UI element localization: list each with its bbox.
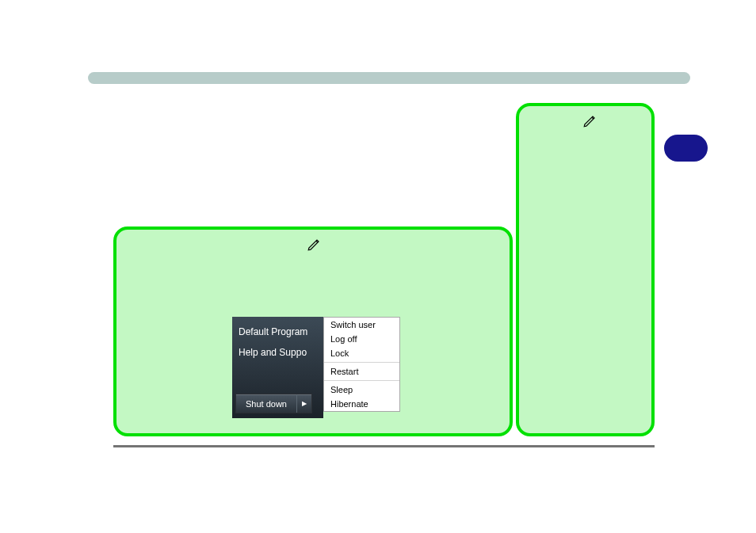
flyout-sleep[interactable]: Sleep — [324, 383, 399, 397]
flyout-separator — [324, 380, 399, 381]
flyout-hibernate[interactable]: Hibernate — [324, 397, 399, 411]
flyout-lock[interactable]: Lock — [324, 346, 399, 360]
bottom-divider — [113, 445, 655, 447]
start-menu-fragment: Default Program Help and Suppo Shut down… — [232, 317, 323, 418]
left-edit-panel[interactable]: Default Program Help and Suppo Shut down… — [113, 227, 513, 436]
flyout-separator — [324, 362, 399, 363]
flyout-log-off[interactable]: Log off — [324, 332, 399, 346]
pencil-icon[interactable] — [307, 238, 321, 255]
top-bar — [88, 72, 690, 84]
flyout-switch-user[interactable]: Switch user — [324, 318, 399, 332]
flyout-restart[interactable]: Restart — [324, 364, 399, 379]
pencil-icon[interactable] — [582, 114, 597, 131]
start-menu-item-help[interactable]: Help and Suppo — [239, 342, 323, 363]
shutdown-flyout-menu: Switch user Log off Lock Restart Sleep H… — [323, 317, 400, 412]
right-edit-panel[interactable] — [516, 103, 655, 436]
shutdown-flyout-arrow-icon[interactable]: ▶ — [296, 394, 311, 413]
start-menu-item-default-programs[interactable]: Default Program — [239, 322, 323, 342]
shutdown-label: Shut down — [236, 399, 296, 409]
shutdown-button[interactable]: Shut down ▶ — [235, 394, 312, 413]
blue-pill-button[interactable] — [664, 135, 708, 162]
